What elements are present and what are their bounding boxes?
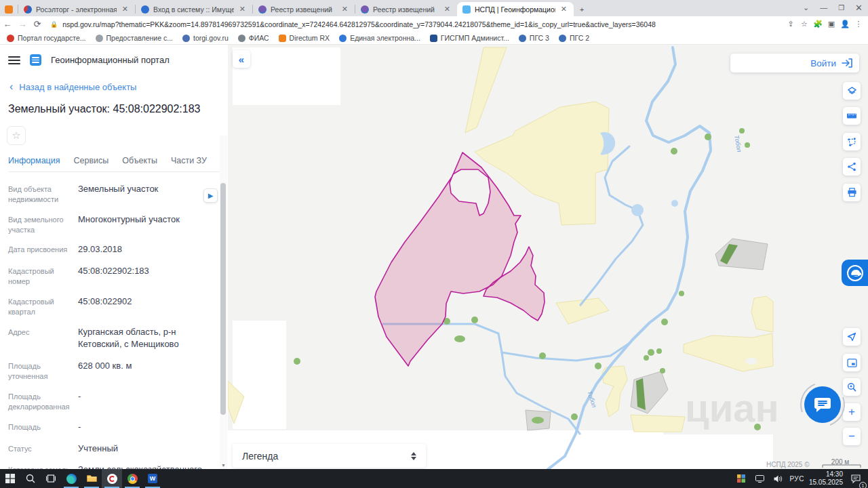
bookmark-item[interactable]: Directum RX [279, 34, 330, 42]
chrome-icon [127, 474, 138, 484]
restore-button[interactable]: ❐ [838, 4, 844, 12]
map-attribution: НСПД 2025 © [766, 461, 810, 468]
taskbar-clock[interactable]: 14:30 15.05.2025 [809, 470, 843, 487]
close-window-button[interactable]: ✕ [855, 3, 863, 13]
legend-expand-icon[interactable] [411, 452, 416, 460]
tab-scroll-right-button[interactable]: ▶ [203, 188, 218, 203]
tab-nspd-active[interactable]: НСПД | Геоинформационный п✕ [457, 2, 574, 16]
scale-label: 200 м [831, 458, 849, 466]
chat-assistant-fab[interactable] [804, 386, 841, 423]
parcel-45-08-022902-183[interactable] [375, 152, 545, 366]
layers-icon [847, 86, 857, 96]
bookmark-item[interactable]: ФИАС [238, 34, 269, 42]
bookmark-favicon [559, 35, 566, 42]
tray-app-icon[interactable] [734, 469, 748, 488]
measure-button[interactable] [843, 107, 861, 125]
bookmark-item[interactable]: ПГС 2 [559, 34, 589, 42]
bookmark-item[interactable]: Предоставление с... [96, 34, 173, 42]
polygon-select-icon [847, 137, 857, 147]
bookmark-favicon [238, 35, 245, 42]
favorite-star-button[interactable]: ☆ [7, 126, 26, 145]
task-view-button[interactable] [41, 469, 61, 488]
taskbar-chrome-icon[interactable] [122, 469, 142, 488]
taskbar-word-icon[interactable]: W [142, 469, 163, 488]
share-button[interactable] [843, 158, 861, 176]
share-icon [847, 162, 856, 171]
object-info-panel: Геоинформационный портал ‹ Назад в найде… [0, 45, 228, 469]
share-page-icon[interactable]: ⇪ [784, 20, 797, 28]
edge-icon [66, 474, 77, 484]
tab-close-icon[interactable]: ✕ [340, 5, 349, 14]
back-chevron-icon: ‹ [9, 81, 13, 93]
tab-close-icon[interactable]: ✕ [443, 5, 452, 14]
tab-reestr-2[interactable]: Реестр извещений✕ [355, 2, 457, 16]
profile-avatar-icon[interactable]: 👤 [838, 20, 852, 28]
bookmark-item[interactable]: ПГС 3 [519, 34, 549, 42]
extensions-icon[interactable]: 🧩 [811, 20, 825, 28]
pinned-tab[interactable] [0, 2, 18, 16]
login-button[interactable]: Войти [730, 54, 859, 73]
taskbar-active-app-icon[interactable] [102, 469, 122, 488]
new-tab-button[interactable]: + [574, 2, 590, 16]
tab-close-icon[interactable]: ✕ [121, 5, 130, 14]
zoom-in-button[interactable]: + [843, 403, 861, 421]
tab-close-icon[interactable]: ✕ [238, 5, 247, 14]
side-panel-icon[interactable]: ▣ [825, 20, 838, 28]
collapse-panel-button[interactable]: « [233, 50, 250, 68]
map-canvas[interactable]: циан Тобол Тобол « Войти + [228, 45, 868, 469]
reestr-favicon [258, 5, 267, 14]
bookmark-item[interactable]: Портал государсте... [7, 34, 86, 42]
taskbar-explorer-icon[interactable] [81, 469, 102, 488]
tab-vhod[interactable]: Вход в систему :: Имущественн✕ [136, 2, 252, 16]
url-bar[interactable]: 🔒 nspd.gov.ru/map?thematic=PKK&zoom=14.8… [50, 18, 778, 30]
taskbar-edge-icon[interactable] [61, 469, 81, 488]
bookmark-item[interactable]: Единая электронна... [339, 34, 420, 42]
time-text: 14:30 [826, 470, 843, 478]
task-view-icon [46, 474, 56, 483]
back-to-results-link[interactable]: ‹ Назад в найденные объекты [9, 81, 228, 93]
field-row: Площадь уточненная628 000 кв. м [8, 360, 210, 382]
bookmark-item[interactable]: ГИСГМП Админист... [430, 34, 509, 42]
tray-volume-icon[interactable] [771, 469, 785, 488]
taskbar-search-button[interactable] [20, 469, 41, 488]
scrollbar-thumb[interactable] [220, 183, 226, 415]
language-indicator[interactable]: РУС [789, 475, 804, 483]
date-text: 15.05.2025 [809, 479, 843, 486]
minimap-button[interactable] [843, 354, 861, 371]
speaker-icon [774, 475, 783, 483]
search-area-icon [847, 382, 856, 392]
tray-display-icon[interactable] [753, 469, 766, 488]
tab-reestr-1[interactable]: Реестр извещений✕ [253, 2, 355, 16]
print-button[interactable] [843, 184, 861, 201]
sidebar-scrollbar[interactable]: ▼ [220, 136, 227, 469]
back-nav-icon[interactable]: ← [0, 19, 15, 29]
bookmark-star-icon[interactable]: ☆ [797, 20, 811, 28]
locate-button[interactable] [843, 328, 861, 346]
tab-roseltorg[interactable]: Росэлторг - электронная торго✕ [18, 2, 135, 16]
tab-objects[interactable]: Объекты [122, 156, 157, 165]
assistant-tab[interactable] [842, 260, 868, 286]
tab-information[interactable]: Информация [8, 156, 60, 165]
lock-icon: 🔒 [50, 21, 58, 28]
hamburger-menu-icon[interactable] [8, 56, 20, 64]
start-button[interactable] [0, 469, 20, 488]
portal-title: Геоинформационный портал [51, 55, 170, 65]
select-area-button[interactable] [843, 133, 861, 150]
tab-parts[interactable]: Части ЗУ [171, 156, 207, 165]
zoom-out-button[interactable]: − [843, 428, 861, 445]
minimize-button[interactable]: — [820, 3, 827, 12]
forward-nav-icon[interactable]: → [15, 19, 30, 29]
tab-search-chevron-icon[interactable]: ⌄ [803, 3, 809, 12]
notification-center-button[interactable]: 1 [848, 469, 864, 488]
scrollbar-down-arrow[interactable]: ▼ [221, 463, 226, 468]
field-row: Площадь- [8, 421, 210, 434]
reload-icon[interactable]: ⟳ [30, 19, 45, 29]
tab-close-icon[interactable]: ✕ [559, 5, 568, 14]
url-text[interactable]: nspd.gov.ru/map?thematic=PKK&zoom=14.897… [62, 20, 656, 28]
search-area-button[interactable] [843, 378, 861, 396]
menu-dots-icon[interactable]: ⋮ [852, 20, 865, 28]
tab-services[interactable]: Сервисы [74, 156, 109, 165]
legend-panel[interactable]: Легенда [233, 444, 426, 468]
bookmark-item[interactable]: torgi.gov.ru [182, 34, 229, 42]
layers-button[interactable] [843, 82, 861, 100]
